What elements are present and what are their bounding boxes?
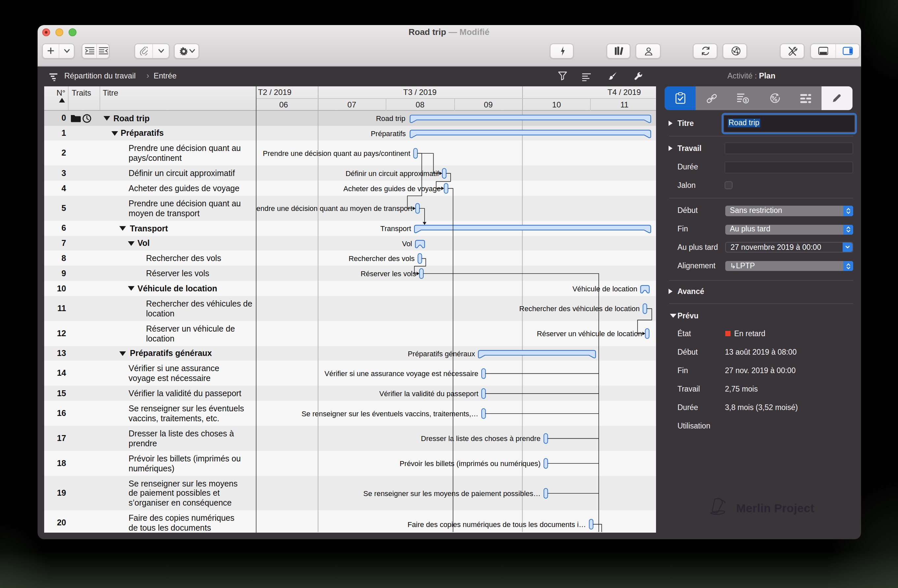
svg-text:$: $ xyxy=(745,98,747,103)
